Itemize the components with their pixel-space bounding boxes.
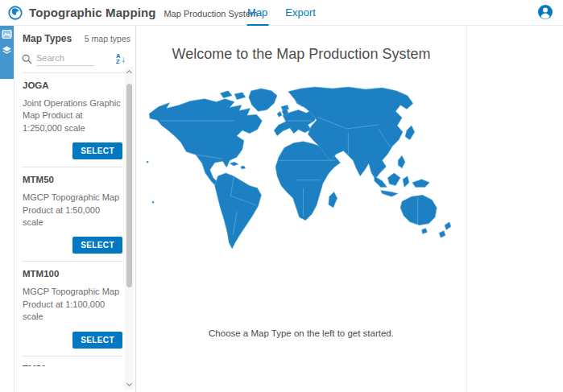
- search-input[interactable]: [36, 52, 94, 66]
- welcome-title: Welcome to the Map Production System: [136, 46, 466, 63]
- map-type-description: MGCP Topographic Map Product at 1:100,00…: [23, 286, 122, 323]
- list-item-mtm50: MTM50 MGCP Topographic Map Product at 1:…: [22, 167, 122, 261]
- sort-az-letters: AZ: [116, 53, 120, 64]
- map-type-description: Joint Operations Graphic Map Product at …: [23, 97, 122, 134]
- search-row: AZ ↓: [22, 52, 135, 66]
- list-item-mtm100: MTM100 MGCP Topographic Map Product at 1…: [22, 261, 122, 355]
- panel-header: Map Types 5 map types: [22, 26, 135, 44]
- tool-rail: [0, 26, 14, 392]
- list-item-tm50: TM50 Topographic Map Product at 1:50,000…: [22, 356, 122, 366]
- tab-export[interactable]: Export: [284, 0, 317, 26]
- scrollbar-thumb[interactable]: [126, 84, 132, 287]
- scroll-up-arrow-icon[interactable]: [126, 70, 132, 76]
- tool-rail-active-group: [0, 26, 14, 79]
- sidebar-scrollbar[interactable]: [125, 67, 134, 390]
- header-tabs: Map Export: [246, 0, 317, 26]
- get-started-instruction: Choose a Map Type on the left to get sta…: [136, 328, 466, 338]
- map-type-name: TM50: [23, 364, 122, 366]
- map-type-name: JOGA: [23, 80, 122, 90]
- map-type-list: JOGA Joint Operations Graphic Map Produc…: [22, 73, 135, 366]
- welcome-panel: Welcome to the Map Production System: [136, 26, 467, 392]
- app-title: Topographic Mapping: [29, 6, 155, 19]
- sort-down-arrow: ↓: [122, 54, 126, 64]
- globe-icon: [8, 6, 23, 20]
- world-map-graphic: [139, 85, 463, 251]
- sort-az-icon[interactable]: AZ ↓: [116, 53, 126, 64]
- layers-icon[interactable]: [2, 45, 12, 56]
- content-row: Map Types 5 map types AZ ↓ JOGA Joint Op…: [0, 26, 563, 392]
- select-button-mtm100[interactable]: SELECT: [72, 332, 122, 349]
- map-type-name: MTM100: [23, 269, 122, 279]
- tab-map[interactable]: Map: [246, 0, 268, 26]
- map-type-name: MTM50: [23, 175, 122, 184]
- select-button-mtm50[interactable]: SELECT: [72, 237, 122, 254]
- basemap-icon[interactable]: [2, 29, 12, 39]
- map-types-panel: Map Types 5 map types AZ ↓ JOGA Joint Op…: [14, 26, 136, 392]
- scroll-down-arrow-icon[interactable]: [126, 381, 132, 386]
- right-filler: [467, 26, 563, 392]
- search-icon: [22, 54, 32, 64]
- user-account-icon[interactable]: [537, 4, 553, 20]
- app-subtitle: Map Production System: [164, 6, 258, 19]
- app-header: Topographic Mapping Map Production Syste…: [0, 0, 563, 26]
- panel-title: Map Types: [23, 33, 72, 44]
- brand: Topographic Mapping Map Production Syste…: [0, 6, 258, 20]
- map-type-description: MGCP Topographic Map Product at 1:50,000…: [23, 192, 122, 229]
- list-item-joga: JOGA Joint Operations Graphic Map Produc…: [22, 73, 122, 167]
- map-types-count: 5 map types: [85, 34, 130, 43]
- select-button-joga[interactable]: SELECT: [72, 142, 122, 159]
